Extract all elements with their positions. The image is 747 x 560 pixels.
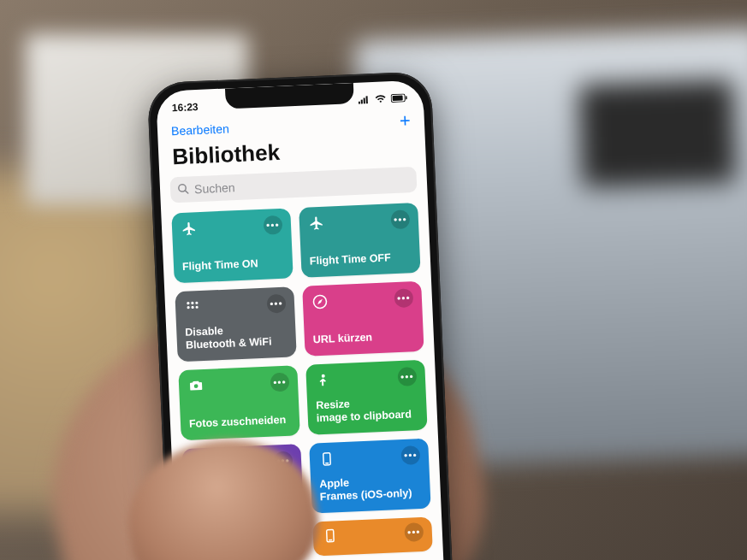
tile-more-button[interactable]: ••• [404,522,424,542]
shortcut-tile[interactable]: ••• Resizeimage to clipboard [305,360,427,435]
airplane-icon [181,220,199,238]
search-placeholder: Suchen [194,180,235,196]
svg-point-17 [322,374,325,378]
svg-rect-0 [359,102,360,104]
svg-point-10 [191,302,193,304]
shortcut-tile[interactable]: ••• AppleFrames (iOS-only) [309,439,430,514]
tile-more-button[interactable]: ••• [394,288,413,308]
tile-label: Fotos zuschneiden [189,414,292,432]
shortcut-tile[interactable]: ••• Flight Time OFF [299,203,420,278]
svg-rect-3 [366,96,368,103]
edit-button[interactable]: Bearbeiten [171,121,229,138]
svg-point-13 [191,306,193,309]
camera-icon [187,377,205,395]
shortcut-tile[interactable]: ••• DisableBluetooth & WiFi [175,286,296,362]
tile-label: AppleFrames (iOS-only) [319,474,422,504]
svg-line-8 [185,190,187,192]
tile-more-button[interactable]: ••• [400,445,420,465]
person-icon [315,371,333,389]
tile-label: DisableBluetooth & WiFi [185,321,288,352]
tile-more-button[interactable]: ••• [264,215,283,235]
wifi-icon [374,94,386,103]
cellular-signal-icon [358,95,370,104]
svg-point-12 [187,306,189,309]
shortcut-tile[interactable]: ••• Flight Time ON [171,208,293,283]
airplane-icon [308,215,326,233]
tile-more-button[interactable]: ••• [270,373,290,392]
braille-icon [184,298,202,316]
tile-label: Resizeimage to clipboard [316,395,418,426]
search-icon [177,182,190,197]
add-button[interactable]: + [400,111,412,131]
tile-label: URL kürzen [313,330,416,348]
tile-label: Flight Time ON [182,256,285,274]
shortcut-tile[interactable]: ••• [312,517,433,557]
svg-rect-2 [364,97,365,103]
battery-icon [390,93,407,103]
phone-frame-icon [318,450,336,468]
svg-point-14 [195,306,198,309]
tile-more-button[interactable]: ••• [267,294,287,314]
svg-rect-6 [406,96,407,99]
shortcut-tile[interactable]: ••• URL kürzen [302,281,424,357]
tile-more-button[interactable]: ••• [390,209,410,229]
svg-rect-1 [361,100,363,104]
tile-more-button[interactable]: ••• [397,367,417,386]
svg-rect-5 [393,96,403,102]
phone-frame-icon [321,527,339,545]
status-time: 16:23 [172,101,199,114]
svg-point-9 [187,302,189,304]
safari-icon [311,293,329,311]
tile-label: Flight Time OFF [310,251,412,269]
shortcut-tile[interactable]: ••• Fotos zuschneiden [178,365,299,440]
svg-point-11 [195,302,198,304]
